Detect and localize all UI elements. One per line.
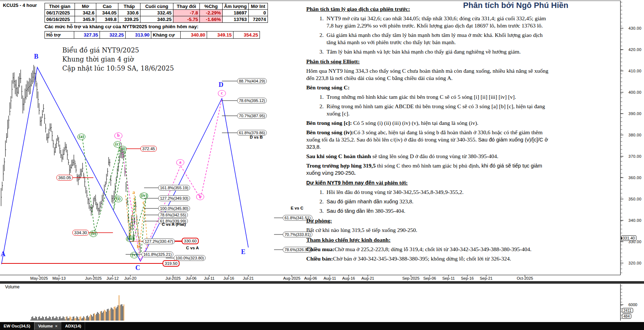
quote-table-cell: 340.25 (140, 16, 173, 23)
analysis-text-segment: vài phiên tới: (375, 179, 408, 186)
analysis-list-item: Sau đó tăng dần lên 380-395-404. (325, 207, 550, 215)
quote-table-header-row: Thời gianMởCaoThấpCuối cùngThay đổi%ChgÂ… (45, 3, 268, 10)
indicator-tab-volume[interactable]: Volume× (34, 322, 62, 330)
analysis-list-item: Hồi lên đâu đó trong vùng từ 340-342,55-… (325, 189, 550, 196)
levels-label: Hỗ trợ (45, 31, 74, 39)
wave-sublabel: (ii) (119, 145, 127, 152)
quote-table-cell: 18697 (223, 10, 249, 16)
wave-sublabel: (a) (77, 133, 85, 140)
chart-title-line2: Khung thời gian 4 giờ (62, 55, 174, 64)
circled-wave-letter: (iii) (126, 236, 135, 242)
date-axis-label: Sep-16 (461, 276, 473, 280)
price-axis-label: 350.00 (628, 197, 641, 201)
fib-group-name: E vs C (291, 206, 303, 210)
analysis-list-item: Trong những mô hình khác tam giác thì bê… (325, 93, 550, 101)
analysis-text-segment: NYT9 mở cửa tại 342,6; cao nhất 344,05; … (327, 15, 546, 29)
chart-title-line1: Biểu đồ giá NYT9/2025 (62, 46, 174, 55)
quote-table-cell: 339.25 (118, 16, 140, 23)
analysis-paragraph: Sau khi sóng C hoàn thành sẽ tăng lên só… (306, 153, 550, 160)
quote-table-cell: 332.45 (140, 10, 173, 16)
support-resistance-table: Hỗ trợ327.35322.25313.90Kháng cự340.8034… (45, 31, 260, 39)
fib-level-box: 100.0%(323.80) (174, 255, 206, 261)
indicator-tab-ew-osc-34-5-[interactable]: EW Osc(34,5) (0, 322, 34, 330)
date-axis-label: Sep-11 (442, 276, 455, 280)
fib-level-box: 161.8%(325.21) (142, 251, 173, 257)
analysis-paragraph: Hôm qua NYT9 lủng 334,3 cho thấy sóng C … (306, 67, 550, 82)
analysis-text-segment: 380-395-404. (374, 208, 405, 214)
analysis-text-segment: Giá giảm khá mạnh cho thấy tâm lý bán mạ… (327, 32, 543, 45)
analysis-list: NYT9 mở cửa tại 342,6; cao nhất 344,05; … (306, 15, 550, 55)
analysis-text-segment: Dự kiến NYT9 hôm nay đến (306, 180, 375, 186)
quote-table-cell: 342.6 (75, 10, 96, 16)
quote-table-header: Cao (96, 3, 118, 10)
quote-table-header: Cuối cùng (140, 3, 173, 10)
fib-level-box: 88.7%(404.29) (237, 78, 267, 84)
analysis-text-segment: . (354, 170, 355, 176)
date-axis-label: Jul-2025 (165, 276, 181, 280)
date-axis-label: Jul-21 (243, 276, 254, 280)
tab-close-icon[interactable]: × (55, 324, 57, 328)
analysis-paragraph: Bên trong sóng C: (306, 84, 550, 91)
fib-level-box: 78.6%(342.55) (158, 212, 188, 218)
analysis-text-segment: Bên trong sóng [c]: (306, 120, 352, 126)
wave-label-E: E (241, 248, 245, 256)
circled-wave-letter: c (218, 90, 226, 97)
analysis-heading: Tham khảo chiến lược kinh doanh: (306, 236, 550, 244)
analysis-text-segment: sẽ tăng lên sóng D ở đâu đó trong vùng t… (371, 153, 498, 159)
wave-path (1, 67, 248, 264)
date-axis-label: Aug-2025 (283, 276, 300, 280)
date-axis-label: Jul-16 (223, 276, 234, 280)
analysis-text-segment: Chờ mua ở 225,2-223,8; dừng lỗ 319,4; ch… (334, 246, 531, 252)
analysis-paragraph: Trong trường hợp lủng 319,5 thì sóng C t… (306, 162, 550, 177)
analysis-text-segment: Trong những mô hình khác tam giác thì bê… (327, 94, 516, 100)
analysis-text-segment: Tâm lý bán khá mạnh và lực bán khá mạnh … (327, 48, 521, 55)
support-level: 313.90 (126, 31, 151, 39)
quote-table-cell: 344.05 (96, 10, 118, 16)
analysis-text-segment: Dự phòng: (306, 217, 332, 224)
analysis-text-segment: Bất cứ khi nào lủng 319,5 sẽ tiếp xuống … (306, 227, 417, 233)
analysis-text-segment: Bên trong sóng C: (306, 84, 350, 90)
fib-level-box: 161.8%(355.19) (158, 185, 190, 191)
levels-label: Kháng cự (151, 31, 181, 39)
circled-wave-letter: (ii) (119, 146, 127, 152)
circled-wave-letter: b (196, 194, 204, 200)
wave-label-A: A (1, 250, 5, 258)
wave-sublabel: (v) (130, 251, 138, 258)
tab-label: Volume (38, 324, 53, 328)
wave-sublabel-plain: c (143, 200, 145, 206)
indicator-tab-adx-14-[interactable]: ADX(14) (62, 322, 85, 330)
date-axis-label: Jun-2025 (85, 276, 102, 280)
quote-table-header: Thời gian (45, 3, 75, 10)
analysis-list-item: NYT9 mở cửa tại 342,6; cao nhất 344,05; … (325, 15, 550, 29)
analysis-heading: Dự kiến NYT9 hôm nay đến vài phiên tới: (306, 179, 550, 186)
analysis-list: Hồi lên đâu đó trong vùng từ 340-342,55-… (306, 189, 550, 215)
fib-group-name: C vs A (Flat) (162, 222, 186, 227)
analysis-text-segment: Riêng trong mô hình tam giác ABCDE thì b… (327, 103, 545, 117)
analysis-list-item: Tâm lý bán khá mạnh và lực bán khá mạnh … (325, 48, 550, 55)
price-axis-label: 340.00 (628, 218, 641, 223)
wave-sublabel: a (176, 158, 184, 166)
fib-group-name: C vs A (186, 246, 199, 250)
levels-table-title: Các mức hỗ trợ và kháng cự của NYT9/2025… (45, 24, 198, 29)
analysis-text-segment: thì sóng C theo mô hình tam giác bị phủ … (376, 162, 481, 169)
analysis-text-segment: Hôm qua NYT9 lủng 334,3 cho thấy sóng C … (306, 68, 548, 81)
analysis-text-segment: Phân tích tâm lý giao dịch của phiên trư… (306, 6, 410, 12)
tab-label: ADX(14) (65, 324, 81, 328)
support-level: 327.35 (74, 31, 100, 39)
analysis-text-segment: Phân tích sóng Elliott: (306, 58, 360, 64)
quote-table-cell: -2.29% (200, 10, 223, 16)
date-axis-label: May-13 (52, 276, 66, 280)
price-axis-label: 360.00 (628, 175, 641, 180)
quote-table-header: Mở (75, 3, 96, 10)
volume-pane-label: Volume (5, 284, 20, 289)
quote-table-header: Âm lượng (223, 3, 249, 10)
analysis-text-segment: Trong trường hợp lủng 319,5 (306, 162, 376, 169)
current-price-marker: 331.40 (621, 236, 636, 241)
pane-separator[interactable] (0, 281, 644, 284)
chart-title-annotation: Biểu đồ giá NYT9/2025 Khung thời gian 4 … (62, 46, 174, 73)
quote-table-cell: 330.6 (118, 10, 140, 16)
price-flag: 319.50 (163, 260, 180, 267)
price-axis-label: 410.00 (628, 69, 641, 73)
date-axis-label: Aug-16 (342, 276, 355, 280)
date-axis-label: Sep-06 (423, 276, 436, 280)
